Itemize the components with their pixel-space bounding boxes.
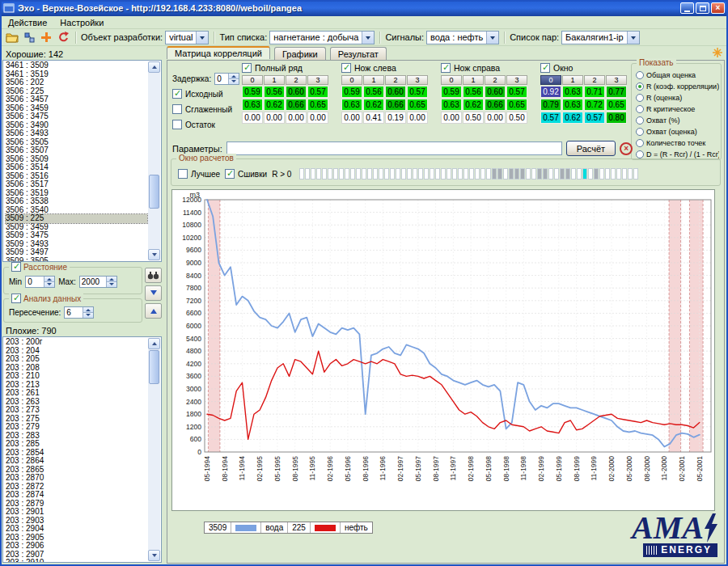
max-input[interactable] [80,277,106,287]
strip-cell[interactable] [594,168,599,180]
refresh-icon[interactable] [56,31,70,44]
scroll-thumb[interactable] [149,175,159,209]
list-item[interactable]: 203 : 2904 [6,525,147,534]
matrix-cell[interactable]: 0.60 [286,86,307,98]
show-option[interactable]: Количество точек [636,137,719,149]
strip-cell[interactable] [418,168,423,180]
strip-cell[interactable] [441,168,446,180]
calculate-button[interactable]: Расчёт [566,141,616,156]
radio-icon[interactable] [636,71,644,79]
matrix-cell[interactable]: 0.63 [441,99,462,111]
spin-down-icon[interactable] [83,312,93,318]
strip-cell[interactable] [362,168,366,180]
open-folder-icon[interactable] [5,31,19,44]
list-item[interactable]: 3506 : 3517 [6,180,147,189]
strip-cell[interactable] [605,168,610,180]
strip-cell[interactable] [390,168,395,180]
add-icon[interactable] [39,31,53,44]
list-item[interactable]: 3509 : 3475 [6,231,147,240]
scroll-thumb[interactable] [149,350,159,384]
list-item[interactable]: 3506 : 3493 [6,129,147,138]
group-checkbox[interactable] [540,63,550,73]
strip-cell[interactable] [571,168,576,180]
strip-cell[interactable] [633,168,638,180]
strip-cell[interactable] [480,168,485,180]
list-item[interactable]: 203 : 273 [6,406,147,415]
strip-cell[interactable] [543,168,548,180]
matrix-cell[interactable]: 0.59 [341,86,362,98]
matrix-cell[interactable]: 0.71 [584,86,605,98]
parameters-input[interactable] [226,142,562,155]
matrix-cell[interactable]: 0.65 [606,99,627,111]
matrix-cell[interactable]: 0.65 [407,99,428,111]
matrix-cell[interactable]: 0.63 [562,86,583,98]
list-item[interactable]: 203 : 200г [6,338,147,347]
list-item[interactable]: 3506 : 3475 [6,112,147,121]
group-checkbox[interactable] [242,63,252,73]
matrix-cell[interactable]: 0.65 [307,99,328,111]
list-item[interactable]: 203 : 2906 [6,542,147,551]
strip-cell[interactable] [548,168,553,180]
matrix-cell[interactable]: 0.72 [584,99,605,111]
list-item[interactable]: 203 : 2901 [6,508,147,517]
matrix-cell[interactable]: 0.60 [385,86,406,98]
matrix-cell[interactable]: 0.80 [606,112,627,124]
best-checkbox[interactable] [178,169,188,179]
pair-list-select[interactable]: Бакалягин1-ip [561,31,639,44]
list-item[interactable]: 3509 : 3497 [6,248,147,257]
strip-cell[interactable] [622,168,627,180]
matrix-col-header[interactable]: 3 [506,75,527,85]
matrix-col-header[interactable]: 0 [341,75,362,85]
strip-cell[interactable] [407,168,412,180]
group-checkbox[interactable] [441,63,451,73]
matrix-col-header[interactable]: 3 [606,75,627,85]
matrix-cell[interactable]: 0.41 [363,112,384,124]
chevron-down-icon[interactable] [196,32,208,44]
strip-cell[interactable] [514,168,519,180]
strip-cell[interactable] [345,168,349,180]
row-checkbox[interactable] [172,89,182,99]
min-input[interactable] [26,277,44,287]
strip-cell[interactable] [305,168,310,180]
matrix-cell[interactable]: 0.59 [441,86,462,98]
strip-cell[interactable] [447,168,451,180]
strip-cell[interactable] [328,168,332,180]
dev-object-select[interactable]: virtual [165,31,209,44]
scrollbar[interactable] [148,338,160,561]
menu-action[interactable]: Действие [2,17,53,28]
list-item[interactable]: 3509 : 225 [6,214,147,223]
list-item[interactable]: 3461 : 3509 [6,61,147,70]
matrix-cell[interactable]: 0.62 [264,99,285,111]
matrix-col-header[interactable]: 3 [307,75,328,85]
list-item[interactable]: 203 : 285 [6,440,147,449]
matrix-col-header[interactable]: 0 [441,75,462,85]
maximize-button[interactable] [696,2,709,14]
matrix-cell[interactable]: 0.66 [286,99,307,111]
matrix-col-header[interactable]: 1 [264,75,285,85]
strip-cell[interactable] [560,168,565,180]
matrix-cell[interactable]: 0.66 [485,99,506,111]
row-checkbox[interactable] [172,120,182,129]
matrix-cell[interactable]: 0.00 [286,112,307,124]
strip-cell[interactable] [430,168,434,180]
strip-cell[interactable] [333,168,338,180]
matrix-cell[interactable]: 0.50 [463,112,484,124]
radio-icon[interactable] [636,94,644,102]
strip-cell[interactable] [526,168,531,180]
matrix-cell[interactable]: 0.57 [584,112,605,124]
scrollbar[interactable] [148,61,160,260]
radio-icon[interactable] [636,139,644,147]
strip-cell[interactable] [497,168,502,180]
strip-cell[interactable] [458,168,463,180]
strip-cell[interactable] [401,168,406,180]
list-item[interactable]: 203 : 205 [6,355,147,364]
chevron-down-icon[interactable] [486,32,498,44]
matrix-col-header[interactable]: 1 [463,75,484,85]
radio-icon[interactable] [636,82,644,91]
matrix-cell[interactable]: 0.59 [242,86,263,98]
list-item[interactable]: 203 : 2910 [6,559,147,563]
matrix-cell[interactable]: 0.63 [242,99,263,111]
cancel-icon[interactable]: × [620,142,633,155]
matrix-cell[interactable]: 0.00 [307,112,328,124]
matrix-cell[interactable]: 0.65 [506,99,527,111]
